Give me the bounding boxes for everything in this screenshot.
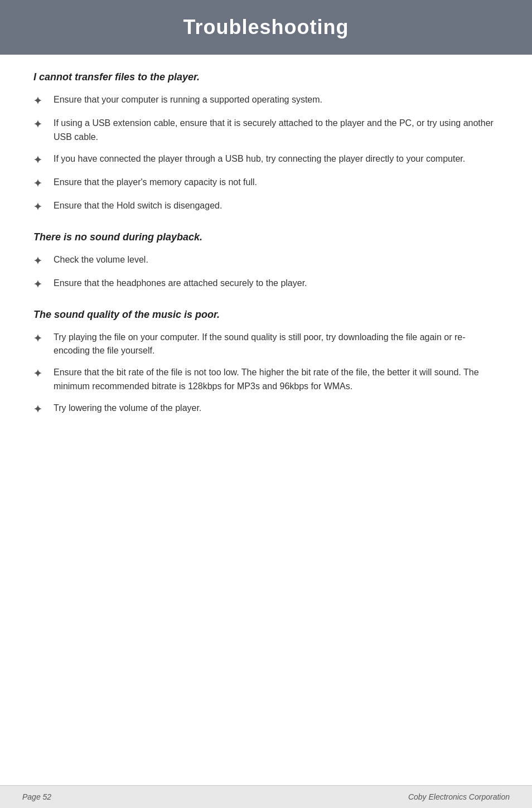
bullet-icon: ✦	[33, 153, 54, 168]
bullet-text: Check the volume level.	[54, 253, 499, 267]
bullet-text: Try playing the file on your computer. I…	[54, 331, 499, 359]
list-item: ✦ If using a USB extension cable, ensure…	[33, 117, 499, 144]
bullet-icon: ✦	[33, 254, 54, 269]
bullet-text: If you have connected the player through…	[54, 152, 499, 166]
list-item: ✦ Ensure that the player's memory capaci…	[33, 176, 499, 191]
bullet-icon: ✦	[33, 402, 54, 417]
section-transfer-list: ✦ Ensure that your computer is running a…	[33, 93, 499, 215]
section-quality: The sound quality of the music is poor. …	[33, 309, 499, 417]
section-transfer-title: I cannot transfer files to the player.	[33, 71, 499, 83]
page-header: Troubleshooting	[0, 0, 532, 55]
list-item: ✦ Ensure that your computer is running a…	[33, 93, 499, 109]
footer-company: Coby Electronics Corporation	[408, 792, 510, 801]
list-item: ✦ Ensure that the bit rate of the file i…	[33, 366, 499, 394]
bullet-text: Ensure that the player's memory capacity…	[54, 176, 499, 190]
bullet-text: Try lowering the volume of the player.	[54, 401, 499, 415]
list-item: ✦ Ensure that the headphones are attache…	[33, 277, 499, 292]
list-item: ✦ If you have connected the player throu…	[33, 152, 499, 168]
list-item: ✦ Check the volume level.	[33, 253, 499, 269]
bullet-icon: ✦	[33, 366, 54, 381]
bullet-icon: ✦	[33, 277, 54, 292]
bullet-text: Ensure that the bit rate of the file is …	[54, 366, 499, 394]
bullet-text: If using a USB extension cable, ensure t…	[54, 117, 499, 144]
bullet-icon: ✦	[33, 117, 54, 132]
list-item: ✦ Try lowering the volume of the player.	[33, 401, 499, 417]
bullet-icon: ✦	[33, 94, 54, 109]
bullet-text: Ensure that the headphones are attached …	[54, 277, 499, 291]
bullet-icon: ✦	[33, 200, 54, 215]
section-sound: There is no sound during playback. ✦ Che…	[33, 231, 499, 292]
main-content: I cannot transfer files to the player. ✦…	[0, 55, 532, 785]
section-quality-title: The sound quality of the music is poor.	[33, 309, 499, 321]
bullet-icon: ✦	[33, 331, 54, 346]
footer-page-number: Page 52	[22, 792, 51, 801]
bullet-text: Ensure that your computer is running a s…	[54, 93, 499, 107]
section-sound-list: ✦ Check the volume level. ✦ Ensure that …	[33, 253, 499, 292]
bullet-text: Ensure that the Hold switch is disengage…	[54, 199, 499, 213]
page-footer: Page 52 Coby Electronics Corporation	[0, 785, 532, 808]
bullet-icon: ✦	[33, 176, 54, 191]
section-sound-title: There is no sound during playback.	[33, 231, 499, 243]
page-title: Troubleshooting	[22, 16, 510, 39]
section-transfer: I cannot transfer files to the player. ✦…	[33, 71, 499, 215]
list-item: ✦ Ensure that the Hold switch is disenga…	[33, 199, 499, 215]
section-quality-list: ✦ Try playing the file on your computer.…	[33, 331, 499, 417]
list-item: ✦ Try playing the file on your computer.…	[33, 331, 499, 359]
